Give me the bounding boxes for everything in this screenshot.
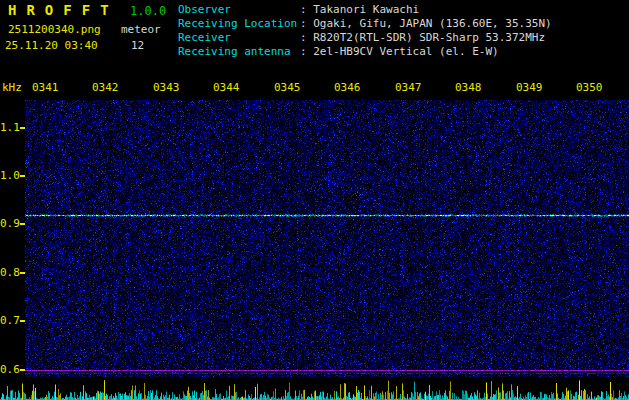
observation-mode: meteor [121, 23, 161, 36]
time-label: 0348 [455, 81, 482, 94]
time-label: 0344 [213, 81, 240, 94]
info-row-receiver: Receiver : R820T2(RTL-SDR) SDR-Sharp 53.… [178, 31, 552, 45]
info-label: Observer [178, 3, 300, 17]
info-value: : R820T2(RTL-SDR) SDR-Sharp 53.372MHz [300, 31, 545, 45]
freq-label: 0.9 [0, 217, 19, 230]
app-title: HROFFT [8, 2, 119, 18]
freq-label: 0.7 [0, 314, 19, 327]
time-label: 0346 [334, 81, 361, 94]
spectrogram-canvas [25, 100, 629, 377]
output-filename: 2511200340.png [8, 23, 101, 36]
echo-count: 12 [131, 39, 144, 52]
freq-label: 1.1 [0, 121, 19, 134]
station-info: Observer : Takanori Kawachi Receiving Lo… [178, 3, 552, 59]
observation-datetime: 25.11.20 03:40 [5, 39, 98, 52]
time-label: 0341 [32, 81, 59, 94]
level-meter-canvas [0, 378, 629, 400]
time-label: 0349 [516, 81, 543, 94]
info-label: Receiver [178, 31, 300, 45]
time-label: 0347 [395, 81, 422, 94]
time-label: 0342 [92, 81, 119, 94]
time-label: 0350 [576, 81, 603, 94]
time-label: 0343 [153, 81, 180, 94]
freq-unit-label: kHz [2, 81, 22, 94]
freq-label: 0.6 [0, 363, 19, 376]
hrofft-window: HROFFT 1.0.0 2511200340.png meteor 25.11… [0, 0, 629, 400]
freq-label: 0.8 [0, 266, 19, 279]
info-value: : Takanori Kawachi [300, 3, 419, 17]
app-version: 1.0.0 [130, 4, 166, 18]
info-label: Receiving antenna [178, 45, 300, 59]
freq-label: 1.0 [0, 169, 19, 182]
info-label: Receiving Location [178, 17, 300, 31]
info-value: : Ogaki, Gifu, JAPAN (136.60E, 35.35N) [300, 17, 552, 31]
time-label: 0345 [274, 81, 301, 94]
info-row-antenna: Receiving antenna : 2el-HB9CV Vertical (… [178, 45, 552, 59]
info-row-observer: Observer : Takanori Kawachi [178, 3, 552, 17]
info-value: : 2el-HB9CV Vertical (el. E-W) [300, 45, 499, 59]
info-row-location: Receiving Location : Ogaki, Gifu, JAPAN … [178, 17, 552, 31]
